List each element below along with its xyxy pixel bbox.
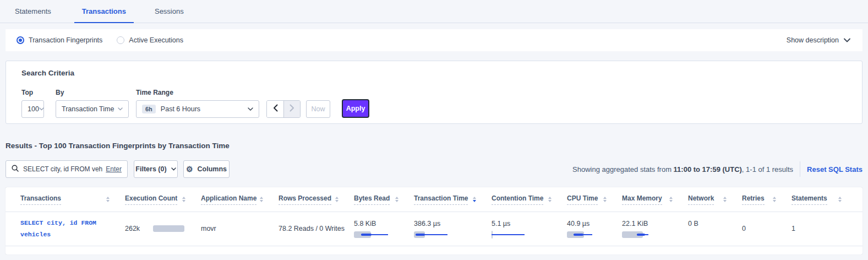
top-select-value: 100 [28,105,39,113]
chevron-down-icon [844,38,850,42]
column-header-application-name[interactable]: Application Name [201,194,279,205]
column-header-cpu-time[interactable]: CPU Time [567,194,622,205]
search-criteria-title: Search Criteria [21,69,74,77]
radio-unselected-icon [117,36,124,44]
transaction-fingerprint-link[interactable]: SELECT city, id FROM vehicles [20,212,125,246]
sort-icon [603,197,607,202]
radio-transaction-fingerprints[interactable]: Transaction Fingerprints [17,36,102,44]
sort-icon [106,197,110,202]
radio-label: Active Executions [129,36,183,44]
by-field: By Transaction Time [56,89,136,118]
transaction-time-cell: 386.3 µs [414,212,492,246]
table-header-row: Transactions Execution Count Application… [6,187,862,212]
sort-icon [838,197,842,202]
radio-active-executions[interactable]: Active Executions [117,36,183,44]
tab-statements[interactable]: Statements [15,0,61,23]
cpu-time-bar [567,231,622,239]
chevron-down-icon [171,167,176,171]
sort-icon [548,197,552,202]
transaction-time-bar [414,231,492,239]
sort-desc-icon [473,197,476,202]
search-input[interactable] [23,165,102,173]
time-next-button[interactable] [283,101,300,117]
show-description-toggle[interactable]: Show description [787,36,855,44]
radio-label: Transaction Fingerprints [29,36,102,44]
tab-sessions[interactable]: Sessions [147,0,192,23]
column-header-rows-processed[interactable]: Rows Processed [279,194,354,205]
bytes-read-cell: 5.8 KiB [354,212,414,246]
cpu-time-cell: 40.9 µs [567,212,622,246]
column-header-transaction-time[interactable]: Transaction Time [414,194,492,205]
sort-icon [395,197,398,202]
stats-summary: Showing aggregated stats from 11:00 to 1… [572,165,793,174]
contention-time-bar [492,231,567,239]
chevron-down-icon [39,107,44,111]
gear-icon: ⚙ [186,165,193,173]
sort-icon [182,197,185,202]
retries-cell: 0 [742,212,791,246]
results-heading: Results - Top 100 Transaction Fingerprin… [6,142,230,150]
columns-button[interactable]: ⚙ Columns [183,160,230,178]
page-tabs: Statements Transactions Sessions [0,0,868,23]
statements-cell: 1 [791,212,857,246]
max-memory-cell: 22.1 KiB [622,212,688,246]
time-range-badge: 6h [142,105,156,113]
column-header-bytes-read[interactable]: Bytes Read [354,194,414,205]
top-select[interactable]: 100 [21,100,44,118]
time-range-value: Past 6 Hours [161,105,200,113]
column-header-statements[interactable]: Statements [791,194,857,205]
by-select[interactable]: Transaction Time [56,100,129,118]
column-header-retries[interactable]: Retries [742,194,791,205]
stats-wrap: Showing aggregated stats from 11:00 to 1… [572,161,862,177]
column-header-execution-count[interactable]: Execution Count [125,194,201,205]
time-nav-group [266,100,301,118]
by-label: By [56,89,136,96]
search-box: Enter [6,160,128,178]
time-range-field: Time Range 6h Past 6 Hours [136,89,266,118]
divider [800,161,800,177]
execution-count-cell: 262k [125,212,201,246]
sort-icon [669,197,673,202]
top-field: Top 100 [21,89,56,118]
sort-icon [723,197,727,202]
search-criteria-form: Top 100 By Transaction Time Time Range 6… [21,89,369,118]
time-range-select[interactable]: 6h Past 6 Hours [136,100,259,118]
network-cell: 0 B [688,212,742,246]
contention-time-cell: 5.1 µs [492,212,567,246]
time-prev-button[interactable] [267,101,283,117]
chevron-down-icon [248,107,253,111]
now-button[interactable]: Now [306,100,330,118]
sort-icon [335,197,339,202]
chevron-left-icon [273,104,278,114]
execution-count-bar [153,225,184,232]
view-mode-bar: Transaction Fingerprints Active Executio… [6,29,862,51]
apply-button[interactable]: Apply [342,99,369,118]
application-name-cell: movr [201,212,279,246]
chevron-down-icon [118,107,123,111]
chevron-right-icon [290,104,294,114]
column-header-network[interactable]: Network [688,194,742,205]
by-select-value: Transaction Time [62,105,114,113]
filters-label: Filters (0) [135,165,166,173]
filters-button[interactable]: Filters (0) [134,160,178,178]
time-range-label: Time Range [136,89,266,96]
rows-processed-cell: 78.2 Reads / 0 Writes [279,212,354,246]
enter-button[interactable]: Enter [106,165,122,173]
radio-selected-icon [17,36,24,44]
reset-sql-stats-link[interactable]: Reset SQL Stats [807,165,862,174]
results-controls: Enter Filters (0) ⚙ Columns Showing aggr… [6,160,862,178]
column-header-max-memory[interactable]: Max Memory [622,194,688,205]
search-criteria-panel: Search Criteria Top 100 By Transaction T… [6,61,862,124]
tab-transactions[interactable]: Transactions [74,0,134,23]
table-row: SELECT city, id FROM vehicles 262k movr … [6,212,862,246]
column-header-contention-time[interactable]: Contention Time [492,194,567,205]
transactions-table: Transactions Execution Count Application… [6,187,862,254]
sort-icon [773,197,776,202]
bytes-read-bar [354,231,414,239]
top-label: Top [21,89,56,96]
column-header-transactions[interactable]: Transactions [20,194,125,205]
show-description-label: Show description [787,36,839,44]
columns-label: Columns [198,165,227,173]
sort-icon [260,197,263,202]
max-memory-bar [622,231,688,239]
